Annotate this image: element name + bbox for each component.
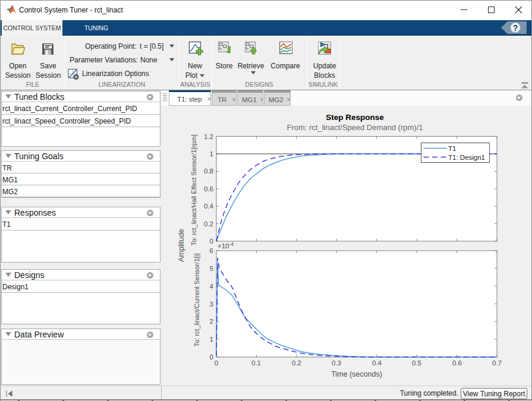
svg-text:To: rct_linact/Hall Effect Sen: To: rct_linact/Hall Effect Sensor/1[rpm] — [190, 135, 197, 246]
svg-text:Time (seconds): Time (seconds) — [331, 370, 382, 378]
svg-text:3: 3 — [210, 301, 213, 308]
svg-text:T1: T1 — [448, 145, 456, 152]
svg-text:0: 0 — [215, 359, 218, 367]
svg-text:From: rct_linact/Speed Demand: From: rct_linact/Speed Demand (rpm)/1 — [287, 123, 423, 132]
svg-text:0.6: 0.6 — [452, 359, 462, 367]
svg-text:1: 1 — [210, 336, 213, 343]
svg-text:T1: Design1: T1: Design1 — [448, 154, 485, 161]
svg-text:0.4: 0.4 — [372, 359, 382, 367]
svg-text:1: 1 — [210, 150, 213, 157]
svg-text:To: rct_linact/Current Sensor/: To: rct_linact/Current Sensor/1[i] — [193, 253, 200, 346]
svg-text:Step Response: Step Response — [326, 113, 384, 122]
svg-text:0.3: 0.3 — [332, 359, 341, 367]
svg-text:0.2: 0.2 — [204, 220, 213, 228]
svg-text:0.4: 0.4 — [204, 203, 214, 210]
svg-text:5: 5 — [210, 265, 213, 272]
svg-text:0.8: 0.8 — [204, 168, 213, 175]
svg-text:0.6: 0.6 — [204, 185, 213, 192]
svg-text:?: ? — [513, 23, 518, 32]
svg-text:Amplitude: Amplitude — [177, 229, 185, 262]
svg-text:4: 4 — [210, 283, 214, 290]
svg-text:0.1: 0.1 — [251, 359, 261, 367]
svg-text:2: 2 — [210, 318, 213, 325]
svg-text:0: 0 — [210, 353, 213, 361]
svg-text:6: 6 — [210, 247, 213, 254]
svg-text:×10-4: ×10-4 — [218, 241, 234, 250]
svg-text:1.2: 1.2 — [204, 133, 213, 140]
svg-text:0.2: 0.2 — [292, 359, 301, 367]
svg-text:0: 0 — [210, 238, 213, 245]
svg-text:0.5: 0.5 — [412, 359, 421, 367]
svg-text:0.7: 0.7 — [492, 359, 502, 367]
